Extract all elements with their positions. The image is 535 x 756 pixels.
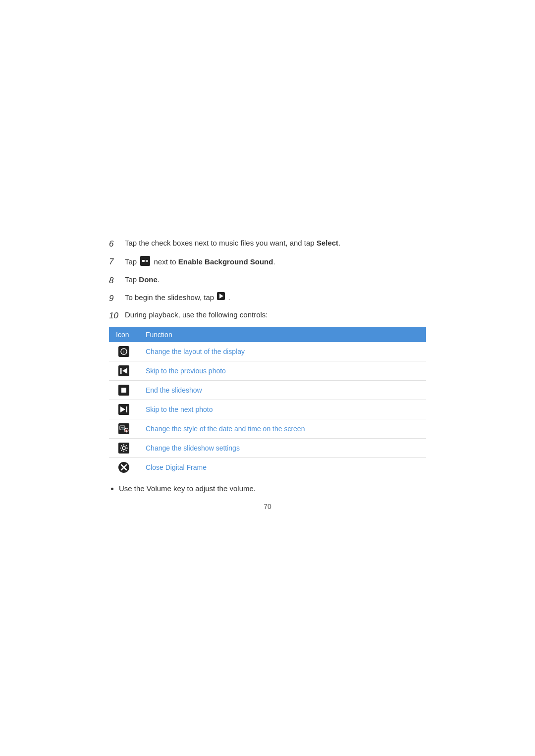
controls-table: Icon Function i Change the layout of the… — [109, 327, 426, 477]
skip-previous-icon — [118, 365, 130, 377]
icon-cell-date: 📷 ⏰ — [109, 419, 139, 438]
stop-icon-container — [116, 384, 132, 396]
icon-cell-prev — [109, 361, 139, 380]
bullet-section: Use the Volume key to adjust the volume. — [109, 484, 426, 493]
step-9: 9 To begin the slideshow, tap . — [109, 292, 426, 305]
step-number-8: 8 — [109, 274, 123, 287]
play-inline-icon — [217, 292, 225, 303]
icon-cell-next — [109, 400, 139, 419]
step-9-text: To begin the slideshow, tap . — [125, 292, 426, 303]
svg-rect-9 — [120, 368, 122, 374]
table-row: i Change the layout of the display — [109, 342, 426, 361]
step-number-10: 10 — [109, 309, 123, 322]
step-7-suffix: . — [273, 257, 275, 266]
svg-rect-15 — [126, 406, 128, 412]
close-icon — [118, 461, 130, 473]
step-10-text: During playback, use the following contr… — [125, 309, 426, 321]
svg-rect-0 — [140, 256, 150, 266]
step-6-prefix: Tap the check boxes next to music files … — [125, 239, 317, 247]
bullet-list: Use the Volume key to adjust the volume. — [109, 484, 426, 493]
function-cell-next: Skip to the next photo — [139, 400, 426, 419]
function-cell-stop: End the slideshow — [139, 380, 426, 400]
date-style-icon: 📷 ⏰ — [118, 423, 130, 435]
function-cell-prev: Skip to the previous photo — [139, 361, 426, 380]
layout-icon-container: i — [116, 346, 132, 357]
date-style-icon-container: 📷 ⏰ — [116, 423, 132, 435]
step-7-prefix: Tap — [125, 257, 139, 266]
toggle-inline-icon — [140, 255, 151, 270]
step-7-bold: Enable Background Sound — [178, 257, 273, 266]
page-content: 6 Tap the check boxes next to music file… — [0, 0, 535, 609]
step-number-9: 9 — [109, 292, 123, 305]
close-icon-container — [116, 461, 132, 473]
svg-text:⏰: ⏰ — [125, 429, 128, 433]
icon-cell-layout: i — [109, 342, 139, 361]
table-row: Change the slideshow settings — [109, 438, 426, 457]
step-8: 8 Tap Done. — [109, 274, 426, 287]
svg-rect-12 — [121, 388, 126, 393]
skip-prev-icon-container — [116, 365, 132, 377]
step-10: 10 During playback, use the following co… — [109, 309, 426, 322]
icon-cell-stop — [109, 380, 139, 400]
settings-icon — [118, 442, 130, 454]
icon-cell-close — [109, 457, 139, 477]
table-row: Skip to the next photo — [109, 400, 426, 419]
layout-icon: i — [118, 346, 130, 357]
step-7-text: Tap next to Enable Background Sound. — [125, 255, 426, 270]
step-7: 7 Tap next to Enable Background Sound. — [109, 255, 426, 270]
table-row: 📷 ⏰ Change the style of the date and tim… — [109, 419, 426, 438]
step-number-6: 6 — [109, 238, 123, 251]
step-8-suffix: . — [158, 275, 160, 284]
stop-icon — [118, 384, 130, 396]
svg-text:📷: 📷 — [121, 426, 125, 430]
table-header: Icon Function — [109, 327, 426, 342]
page-number: 70 — [109, 503, 426, 510]
svg-text:i: i — [123, 349, 124, 354]
svg-rect-2 — [146, 260, 148, 262]
step-9-prefix: To begin the slideshow, tap — [125, 293, 216, 302]
function-cell-date: Change the style of the date and time on… — [139, 419, 426, 438]
col-function: Function — [139, 327, 426, 342]
table-row: End the slideshow — [109, 380, 426, 400]
icon-cell-settings — [109, 438, 139, 457]
skip-next-icon — [118, 403, 130, 415]
step-7-middle: next to — [154, 257, 178, 266]
function-cell-close: Close Digital Frame — [139, 457, 426, 477]
table-row: Close Digital Frame — [109, 457, 426, 477]
step-6-bold: Select — [317, 239, 338, 247]
step-number-7: 7 — [109, 255, 123, 268]
skip-next-icon-container — [116, 403, 132, 415]
col-icon: Icon — [109, 327, 139, 342]
function-cell-settings: Change the slideshow settings — [139, 438, 426, 457]
step-9-suffix: . — [228, 293, 230, 302]
svg-rect-1 — [142, 260, 145, 262]
step-8-text: Tap Done. — [125, 274, 426, 286]
play-svg — [217, 292, 225, 300]
step-8-bold: Done — [139, 275, 158, 284]
table-row: Skip to the previous photo — [109, 361, 426, 380]
table-header-row: Icon Function — [109, 327, 426, 342]
toggle-svg — [140, 255, 151, 266]
step-8-prefix: Tap — [125, 275, 139, 284]
step-6: 6 Tap the check boxes next to music file… — [109, 238, 426, 251]
function-cell-layout: Change the layout of the display — [139, 342, 426, 361]
step-6-suffix: . — [338, 239, 340, 247]
bullet-item: Use the Volume key to adjust the volume. — [119, 484, 426, 493]
step-6-text: Tap the check boxes next to music files … — [125, 238, 426, 249]
settings-icon-container — [116, 442, 132, 454]
table-body: i Change the layout of the display — [109, 342, 426, 477]
